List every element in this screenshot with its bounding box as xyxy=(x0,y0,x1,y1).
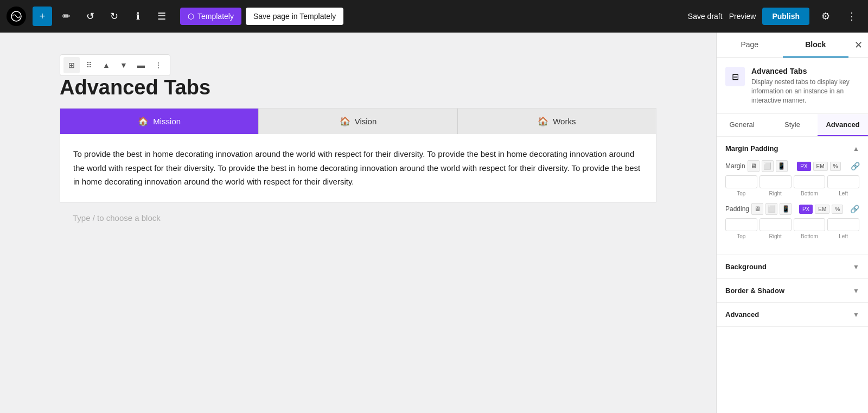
block-name: Advanced Tabs xyxy=(751,67,859,75)
panel-close-button[interactable]: ✕ xyxy=(848,35,868,55)
padding-right-label: Right xyxy=(760,233,792,239)
tab-page[interactable]: Page xyxy=(717,33,783,58)
background-label: Background xyxy=(725,263,767,271)
padding-unit-percent[interactable]: % xyxy=(832,205,843,214)
background-section[interactable]: Background ▼ xyxy=(717,255,868,279)
margin-padding-body: Margin 🖥 ⬜ 📱 PX EM % 🔗 xyxy=(717,160,868,255)
block-info: ⊟ Advanced Tabs Display nested tabs to d… xyxy=(717,58,868,114)
margin-right-input[interactable] xyxy=(760,175,792,188)
margin-bottom-label: Bottom xyxy=(794,190,826,196)
background-chevron: ▼ xyxy=(853,263,859,271)
works-icon: 🏠 xyxy=(538,116,548,126)
tab-mission[interactable]: 🏠 Mission xyxy=(60,109,259,134)
padding-left-input[interactable] xyxy=(827,218,859,231)
save-draft-button[interactable]: Save draft xyxy=(688,12,723,21)
margin-unit-percent[interactable]: % xyxy=(830,162,841,171)
margin-top-input[interactable] xyxy=(725,175,757,188)
margin-padding-chevron: ▲ xyxy=(853,145,859,153)
padding-link-icon: 🔗 xyxy=(851,205,859,213)
undo-button[interactable]: ↺ xyxy=(80,7,100,26)
margin-label: Margin xyxy=(725,162,745,170)
tab-vision-label: Vision xyxy=(355,117,377,126)
margin-left-label: Left xyxy=(827,190,859,196)
margin-unit-em[interactable]: EM xyxy=(813,162,828,171)
settings-tabs: General Style Advanced xyxy=(717,114,868,137)
templately-button[interactable]: ⬡ Templately xyxy=(180,8,241,25)
vision-icon: 🏠 xyxy=(340,116,350,126)
advanced-label: Advanced xyxy=(725,310,759,319)
placeholder-text: Type / to choose a block xyxy=(73,213,161,223)
redo-button[interactable]: ↻ xyxy=(104,7,124,26)
block-info-icon: ⊟ xyxy=(725,67,745,86)
padding-row: Padding 🖥 ⬜ 📱 PX EM % 🔗 xyxy=(725,203,859,239)
padding-bottom-input[interactable] xyxy=(794,218,826,231)
advanced-section-item[interactable]: Advanced ▼ xyxy=(717,303,868,327)
page-title: Advanced Tabs xyxy=(60,76,656,99)
tabs-nav: 🏠 Mission 🏠 Vision 🏠 Works xyxy=(60,109,656,134)
drag-handle[interactable]: ⠿ xyxy=(81,57,97,73)
padding-tablet-btn[interactable]: ⬜ xyxy=(765,203,777,215)
settings-tab-advanced[interactable]: Advanced xyxy=(818,114,868,136)
main-layout: ⊞ ⠿ ▲ ▼ ▬ ⋮ Advanced Tabs 🏠 Mission xyxy=(0,33,868,413)
border-shadow-section[interactable]: Border & Shadow ▼ xyxy=(717,279,868,303)
add-block-button[interactable]: + xyxy=(33,7,52,26)
edit-button[interactable]: ✏ xyxy=(56,7,76,26)
padding-desktop-btn[interactable]: 🖥 xyxy=(751,203,763,215)
tab-block[interactable]: Block xyxy=(783,33,849,58)
block-toolbar: ⊞ ⠿ ▲ ▼ ▬ ⋮ xyxy=(60,54,170,76)
info-button[interactable]: ℹ xyxy=(128,7,148,26)
preview-button[interactable]: Preview xyxy=(729,12,756,21)
settings-tab-style[interactable]: Style xyxy=(767,114,818,136)
block-desc: Display nested tabs to display key infor… xyxy=(751,78,859,105)
block-type-button[interactable]: ⊞ xyxy=(63,57,80,73)
padding-label: Padding xyxy=(725,205,749,213)
margin-bottom-input[interactable] xyxy=(794,175,826,188)
padding-mobile-btn[interactable]: 📱 xyxy=(780,203,792,215)
border-shadow-chevron: ▼ xyxy=(853,287,859,295)
move-up-button[interactable]: ▲ xyxy=(98,57,114,73)
padding-unit-px[interactable]: PX xyxy=(799,205,813,214)
margin-top-label: Top xyxy=(725,190,757,196)
align-button[interactable]: ▬ xyxy=(133,57,149,73)
tab-works[interactable]: 🏠 Works xyxy=(458,109,656,134)
tools-button[interactable]: ☰ xyxy=(152,7,171,26)
margin-left-input[interactable] xyxy=(827,175,859,188)
padding-left-label: Left xyxy=(827,233,859,239)
templately-icon: ⬡ xyxy=(188,12,194,21)
advanced-chevron: ▼ xyxy=(853,311,859,319)
publish-button[interactable]: Publish xyxy=(762,8,809,25)
topbar: + ✏ ↺ ↻ ℹ ☰ ⬡ Templately Save page in Te… xyxy=(0,0,868,33)
margin-desktop-btn[interactable]: 🖥 xyxy=(748,160,760,172)
margin-padding-section: Margin Padding ▲ Margin 🖥 ⬜ 📱 PX xyxy=(717,137,868,255)
wp-logo xyxy=(7,7,26,26)
settings-tab-general[interactable]: General xyxy=(717,114,767,136)
more-options-button[interactable]: ⋮ xyxy=(150,57,167,73)
templately-label: Templately xyxy=(197,12,234,21)
tab-mission-label: Mission xyxy=(153,117,181,126)
move-down-button[interactable]: ▼ xyxy=(116,57,132,73)
settings-button[interactable]: ⚙ xyxy=(816,7,835,26)
tab-works-label: Works xyxy=(553,117,576,126)
margin-fields xyxy=(725,175,859,188)
save-templately-button[interactable]: Save page in Templately xyxy=(246,8,343,25)
mission-icon: 🏠 xyxy=(138,116,149,126)
margin-right-label: Right xyxy=(760,190,792,196)
margin-link-icon: 🔗 xyxy=(851,162,859,170)
margin-row-header: Margin 🖥 ⬜ 📱 PX EM % 🔗 xyxy=(725,160,859,172)
save-templately-label: Save page in Templately xyxy=(253,12,336,21)
more-menu-button[interactable]: ⋮ xyxy=(842,7,861,26)
advanced-tabs-icon: ⊟ xyxy=(732,72,739,82)
margin-padding-header[interactable]: Margin Padding ▲ xyxy=(717,137,868,160)
block-placeholder[interactable]: Type / to choose a block xyxy=(60,202,656,233)
margin-padding-label: Margin Padding xyxy=(725,144,778,153)
margin-mobile-btn[interactable]: 📱 xyxy=(776,160,788,172)
border-shadow-label: Border & Shadow xyxy=(725,287,784,295)
margin-unit-px[interactable]: PX xyxy=(797,162,810,171)
padding-row-header: Padding 🖥 ⬜ 📱 PX EM % 🔗 xyxy=(725,203,859,215)
padding-fields xyxy=(725,218,859,231)
tab-vision[interactable]: 🏠 Vision xyxy=(259,109,457,134)
padding-right-input[interactable] xyxy=(760,218,792,231)
padding-unit-em[interactable]: EM xyxy=(815,205,829,214)
margin-tablet-btn[interactable]: ⬜ xyxy=(762,160,774,172)
padding-top-input[interactable] xyxy=(725,218,757,231)
